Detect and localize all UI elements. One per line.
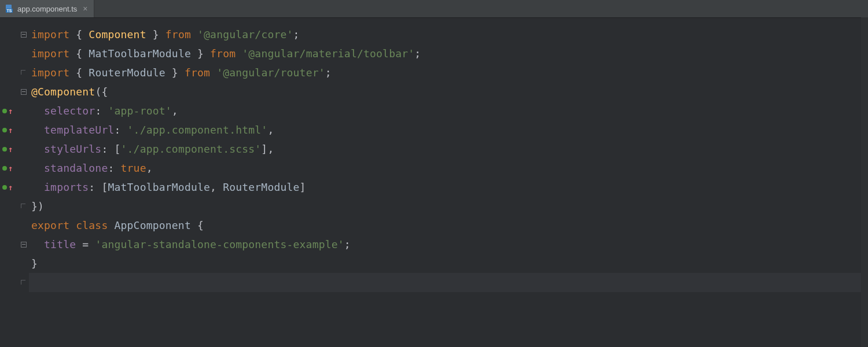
vcs-added-icon [2, 128, 7, 132]
code-line[interactable]: standalone: true, [29, 158, 868, 178]
editor[interactable]: ↑↑↑↑↑ import { Component } from '@angula… [0, 18, 868, 347]
gutter[interactable]: ↑↑↑↑↑ [0, 18, 29, 347]
vcs-added-icon [2, 109, 7, 113]
code-area[interactable]: import { Component } from '@angular/core… [29, 18, 868, 347]
fold-end-icon[interactable] [21, 204, 27, 209]
code-line[interactable]: import { Component } from '@angular/core… [29, 25, 868, 44]
code-line[interactable]: selector: 'app-root', [29, 101, 868, 120]
vcs-modified-icon: ↑ [8, 106, 13, 116]
code-line[interactable]: templateUrl: './app.component.html', [29, 120, 868, 139]
code-line[interactable]: title = 'angular-standalone-components-e… [29, 235, 868, 254]
vcs-modified-icon: ↑ [8, 164, 13, 173]
gutter-vcs-mark[interactable]: ↑ [0, 158, 29, 178]
gutter-fold-close[interactable] [0, 273, 29, 292]
code-line[interactable] [29, 273, 868, 292]
code-line[interactable]: export class AppComponent { [29, 216, 868, 235]
fold-collapse-icon[interactable] [21, 89, 27, 95]
gutter-fold-close[interactable] [0, 197, 29, 216]
gutter-vcs-mark[interactable]: ↑ [0, 120, 29, 139]
fold-end-icon[interactable] [21, 70, 27, 76]
tab-bar-empty [94, 0, 868, 17]
tab-filename: app.component.ts [17, 5, 77, 13]
fold-collapse-icon[interactable] [21, 32, 27, 38]
vcs-modified-icon: ↑ [8, 125, 13, 135]
gutter-fold-open[interactable] [0, 82, 29, 101]
code-line[interactable]: import { RouterModule } from '@angular/r… [29, 63, 868, 82]
gutter-fold-close[interactable] [0, 63, 29, 82]
ts-file-icon: TS [5, 4, 14, 13]
fold-end-icon[interactable] [21, 280, 27, 286]
code-line[interactable]: }) [29, 197, 868, 216]
gutter-vcs-mark[interactable]: ↑ [0, 178, 29, 197]
scrollbar-vertical[interactable] [861, 17, 868, 347]
code-line[interactable]: } [29, 254, 868, 273]
code-line[interactable]: styleUrls: ['./app.component.scss'], [29, 139, 868, 158]
code-line[interactable]: imports: [MatToolbarModule, RouterModule… [29, 178, 868, 197]
gutter-fold-open[interactable] [0, 235, 29, 254]
code-line[interactable]: @Component({ [29, 82, 868, 101]
gutter-vcs-mark[interactable]: ↑ [0, 101, 29, 120]
svg-text:TS: TS [7, 9, 12, 13]
vcs-added-icon [2, 166, 7, 171]
close-icon[interactable]: × [83, 5, 87, 13]
vcs-modified-icon: ↑ [8, 145, 13, 154]
fold-collapse-icon[interactable] [21, 242, 27, 248]
vcs-modified-icon: ↑ [8, 183, 13, 192]
tab-active[interactable]: TS app.component.ts × [0, 0, 94, 17]
gutter-fold-open[interactable] [0, 25, 29, 44]
vcs-added-icon [2, 185, 7, 190]
code-line[interactable]: import { MatToolbarModule } from '@angul… [29, 44, 868, 63]
gutter-vcs-mark[interactable]: ↑ [0, 139, 29, 158]
vcs-added-icon [2, 147, 7, 152]
tab-bar: TS app.component.ts × [0, 0, 868, 18]
